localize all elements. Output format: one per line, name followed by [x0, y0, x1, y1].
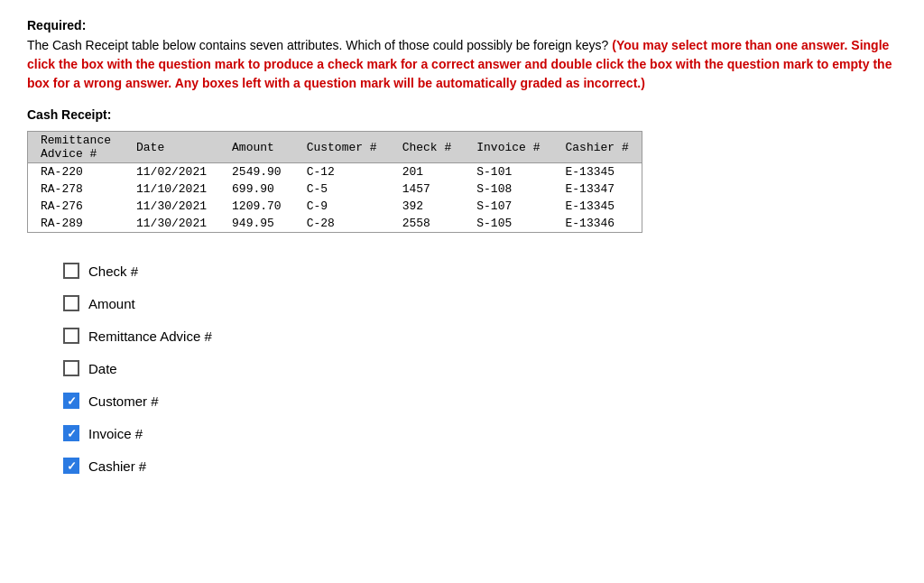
table-row: RA-27611/30/20211209.70C-9392S-107E-1334… [28, 198, 642, 215]
table-cell: 2549.90 [219, 163, 294, 181]
checkbox-item-remittance[interactable]: Remittance Advice # [63, 328, 897, 344]
checkbox-item-customer[interactable]: Customer # [63, 393, 897, 409]
checkbox-item-invoice[interactable]: Invoice # [63, 425, 897, 441]
checkbox-item-amount[interactable]: Amount [63, 295, 897, 311]
table-cell: C-12 [294, 163, 390, 181]
col-header-invoice: Invoice # [464, 132, 552, 163]
checkbox-label-date: Date [88, 361, 117, 376]
table-cell: S-107 [464, 198, 552, 215]
table-cell: 699.90 [219, 180, 294, 198]
checkbox-list: Check #AmountRemittance Advice #DateCust… [63, 263, 897, 474]
col-header-date: Date [124, 132, 219, 163]
col-header-cashier: Cashier # [552, 132, 641, 163]
cash-receipt-table: RemittanceAdvice # Date Amount Customer … [28, 132, 642, 232]
checkbox-item-check[interactable]: Check # [63, 263, 897, 279]
table-cell: S-105 [464, 215, 552, 232]
checkbox-box-invoice[interactable] [63, 425, 79, 441]
table-cell: 201 [390, 163, 465, 181]
checkbox-label-invoice: Invoice # [88, 426, 143, 441]
table-cell: E-13345 [552, 163, 641, 181]
table-cell: 392 [390, 198, 465, 215]
table-cell: RA-278 [28, 180, 124, 198]
checkbox-label-remittance: Remittance Advice # [88, 329, 212, 344]
cash-receipt-table-container: RemittanceAdvice # Date Amount Customer … [27, 131, 642, 233]
table-cell: 949.95 [219, 215, 294, 232]
table-cell: C-5 [294, 180, 390, 198]
checkbox-item-cashier[interactable]: Cashier # [63, 458, 897, 474]
table-cell: 11/30/2021 [124, 215, 219, 232]
checkbox-box-cashier[interactable] [63, 458, 79, 474]
table-cell: 1209.70 [219, 198, 294, 215]
table-cell: E-13345 [552, 198, 641, 215]
table-cell: 2558 [390, 215, 465, 232]
table-cell: 1457 [390, 180, 465, 198]
table-header-row: RemittanceAdvice # Date Amount Customer … [28, 132, 642, 163]
checkbox-box-date[interactable] [63, 360, 79, 376]
table-cell: 11/10/2021 [124, 180, 219, 198]
checkbox-label-check: Check # [88, 264, 138, 279]
checkbox-box-check[interactable] [63, 263, 79, 279]
col-header-amount: Amount [219, 132, 294, 163]
required-label: Required: [27, 18, 897, 32]
table-cell: C-28 [294, 215, 390, 232]
checkbox-box-amount[interactable] [63, 295, 79, 311]
instructions: The Cash Receipt table below contains se… [27, 36, 897, 93]
table-cell: 11/30/2021 [124, 198, 219, 215]
col-header-customer: Customer # [294, 132, 390, 163]
section-title: Cash Receipt: [27, 107, 897, 122]
table-row: RA-27811/10/2021699.90C-51457S-108E-1334… [28, 180, 642, 198]
table-row: RA-22011/02/20212549.90C-12201S-101E-133… [28, 163, 642, 181]
table-cell: RA-220 [28, 163, 124, 181]
checkbox-box-remittance[interactable] [63, 328, 79, 344]
table-cell: C-9 [294, 198, 390, 215]
table-row: RA-28911/30/2021949.95C-282558S-105E-133… [28, 215, 642, 232]
table-cell: 11/02/2021 [124, 163, 219, 181]
table-cell: RA-276 [28, 198, 124, 215]
instructions-plain: The Cash Receipt table below contains se… [27, 38, 612, 52]
table-cell: E-13347 [552, 180, 641, 198]
table-cell: S-101 [464, 163, 552, 181]
col-header-remittance: RemittanceAdvice # [28, 132, 124, 163]
col-header-check: Check # [390, 132, 465, 163]
checkbox-label-customer: Customer # [88, 393, 159, 409]
table-cell: RA-289 [28, 215, 124, 232]
checkbox-label-cashier: Cashier # [88, 458, 146, 474]
checkbox-item-date[interactable]: Date [63, 360, 897, 376]
table-cell: S-108 [464, 180, 552, 198]
checkbox-box-customer[interactable] [63, 393, 79, 409]
checkbox-label-amount: Amount [88, 296, 135, 311]
table-cell: E-13346 [552, 215, 641, 232]
